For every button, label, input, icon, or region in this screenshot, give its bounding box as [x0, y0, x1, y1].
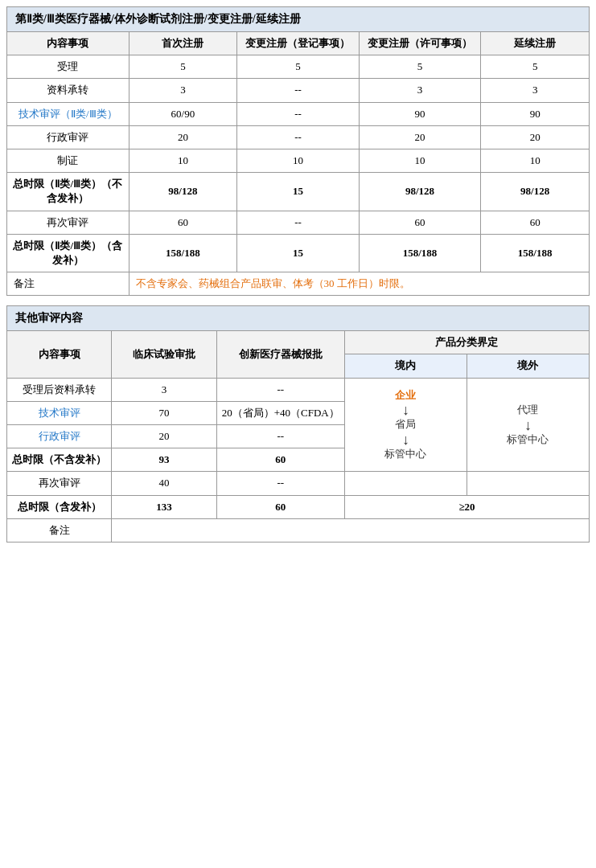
row-label: 制证	[7, 149, 129, 172]
row-c3: 60	[359, 211, 481, 234]
row-label: 总时限（Ⅱ类/Ⅲ类）（含发补）	[7, 234, 129, 272]
row-c3: 10	[359, 149, 481, 172]
row-c1: 40	[112, 472, 216, 495]
row-label: 受理后资料承转	[7, 378, 112, 401]
row-c4: 10	[481, 149, 590, 172]
row-c1: 98/128	[129, 173, 237, 211]
row-c1: 3	[112, 378, 216, 401]
row-c4: 3	[481, 79, 590, 102]
row-c1: 10	[129, 149, 237, 172]
row-c3: 3	[359, 79, 481, 102]
s2-note-row: 备注	[7, 518, 590, 542]
row-c3: 20	[359, 125, 481, 149]
table-row: 资料承转 3 -- 3 3	[7, 79, 590, 102]
s2-col-item: 内容事项	[7, 331, 112, 378]
row-c4: 5	[481, 55, 590, 79]
s2-col-foreign: 境外	[467, 354, 589, 378]
s2-col-innovative: 创新医疗器械报批	[216, 331, 344, 378]
table-row: 总时限（Ⅱ类/Ⅲ类）（不含发补） 98/128 15 98/128 98/128	[7, 173, 590, 211]
flow-outer-cell: 代理 ↓ 标管中心	[467, 378, 589, 472]
row-empty1	[344, 472, 467, 495]
col-header-renewal-reg: 延续注册	[481, 32, 590, 55]
flow-inner-center: 标管中心	[384, 448, 426, 460]
row-c3: 158/188	[359, 234, 481, 272]
row-label: 总时限（含发补）	[7, 495, 112, 518]
note-label: 备注	[7, 272, 129, 296]
row-c2: 5	[237, 55, 360, 79]
table-row: 再次审评 60 -- 60 60	[7, 211, 590, 234]
row-c1: 5	[129, 55, 237, 79]
note-label: 备注	[7, 518, 112, 542]
row-label: 技术审评	[7, 401, 112, 424]
row-c1: 70	[112, 401, 216, 424]
row-label: 行政审评	[7, 425, 112, 448]
section1-table: 内容事项 首次注册 变更注册（登记事项） 变更注册（许可事项） 延续注册 受理 …	[6, 31, 590, 296]
col-header-item: 内容事项	[7, 32, 129, 55]
row-c3: 5	[359, 55, 481, 79]
note-text: 不含专家会、药械组合产品联审、体考（30 工作日）时限。	[129, 272, 589, 296]
s2-table-row: 总时限（含发补） 133 60 ≥20	[7, 495, 590, 518]
row-c4: 90	[481, 102, 590, 125]
s2-col-domestic: 境内	[344, 354, 467, 378]
flow-outer-arrow1: ↓	[471, 418, 586, 432]
table-row: 行政审评 20 -- 20 20	[7, 125, 590, 149]
note-empty	[112, 518, 590, 542]
col-header-change-reg-record: 变更注册（登记事项）	[237, 32, 360, 55]
row-c2: --	[216, 378, 344, 401]
flow-inner-enterprise: 企业	[395, 389, 416, 401]
row-c2: --	[216, 472, 344, 495]
row-c2: --	[237, 211, 360, 234]
row-c2: --	[237, 125, 360, 149]
flow-inner-province: 省局	[395, 418, 416, 430]
section2-header: 其他审评内容	[6, 305, 590, 330]
row-c2: 60	[216, 448, 344, 472]
col-header-change-reg-permit: 变更注册（许可事项）	[359, 32, 481, 55]
col-header-first-reg: 首次注册	[129, 32, 237, 55]
s2-table-row: 受理后资料承转 3 -- 企业 ↓ 省局 ↓ 标管中心 代理 ↓ 标管中心	[7, 378, 590, 401]
flow-inner-cell: 企业 ↓ 省局 ↓ 标管中心	[344, 378, 467, 472]
row-c1: 133	[112, 495, 216, 518]
row-label: 技术审评（Ⅱ类/Ⅲ类）	[7, 102, 129, 125]
row-c2: --	[237, 79, 360, 102]
flow-outer-center: 标管中心	[507, 433, 549, 445]
table-row: 受理 5 5 5 5	[7, 55, 590, 79]
row-c3: 98/128	[359, 173, 481, 211]
row-c1: 20	[129, 125, 237, 149]
row-label: 资料承转	[7, 79, 129, 102]
s2-col-product-class: 产品分类界定	[344, 331, 589, 354]
row-label: 受理	[7, 55, 129, 79]
row-c1: 3	[129, 79, 237, 102]
section1-header: 第Ⅱ类/Ⅲ类医疗器械/体外诊断试剂注册/变更注册/延续注册	[6, 6, 590, 31]
row-c4: 98/128	[481, 173, 590, 211]
row-label: 总时限（不含发补）	[7, 448, 112, 472]
row-c4: 20	[481, 125, 590, 149]
row-c4: 60	[481, 211, 590, 234]
note-row: 备注 不含专家会、药械组合产品联审、体考（30 工作日）时限。	[7, 272, 590, 296]
row-c1: 158/188	[129, 234, 237, 272]
row-c2: 15	[237, 173, 360, 211]
row-c2: 10	[237, 149, 360, 172]
row-c2: --	[237, 102, 360, 125]
s2-col-clinical: 临床试验审批	[112, 331, 216, 378]
table-row: 制证 10 10 10 10	[7, 149, 590, 172]
row-empty2	[467, 472, 589, 495]
row-c3: 90	[359, 102, 481, 125]
table-row: 技术审评（Ⅱ类/Ⅲ类） 60/90 -- 90 90	[7, 102, 590, 125]
flow-inner-arrow2: ↓	[348, 432, 463, 447]
row-label: 再次审评	[7, 472, 112, 495]
row-label: 行政审评	[7, 125, 129, 149]
row-label: 再次审评	[7, 211, 129, 234]
section2-table: 内容事项 临床试验审批 创新医疗器械报批 产品分类界定 境内 境外 受理后资料承…	[6, 330, 590, 542]
row-c1: 20	[112, 425, 216, 448]
row-c1: 93	[112, 448, 216, 472]
row-c1: 60	[129, 211, 237, 234]
flow-inner-arrow1: ↓	[348, 403, 463, 417]
row-c3merged: ≥20	[344, 495, 589, 518]
row-c2: 15	[237, 234, 360, 272]
s2-table-row: 再次审评 40 --	[7, 472, 590, 495]
row-c2: 20（省局）+40（CFDA）	[216, 401, 344, 424]
row-c2: --	[216, 425, 344, 448]
table-row: 总时限（Ⅱ类/Ⅲ类）（含发补） 158/188 15 158/188 158/1…	[7, 234, 590, 272]
row-label: 总时限（Ⅱ类/Ⅲ类）（不含发补）	[7, 173, 129, 211]
row-c2: 60	[216, 495, 344, 518]
